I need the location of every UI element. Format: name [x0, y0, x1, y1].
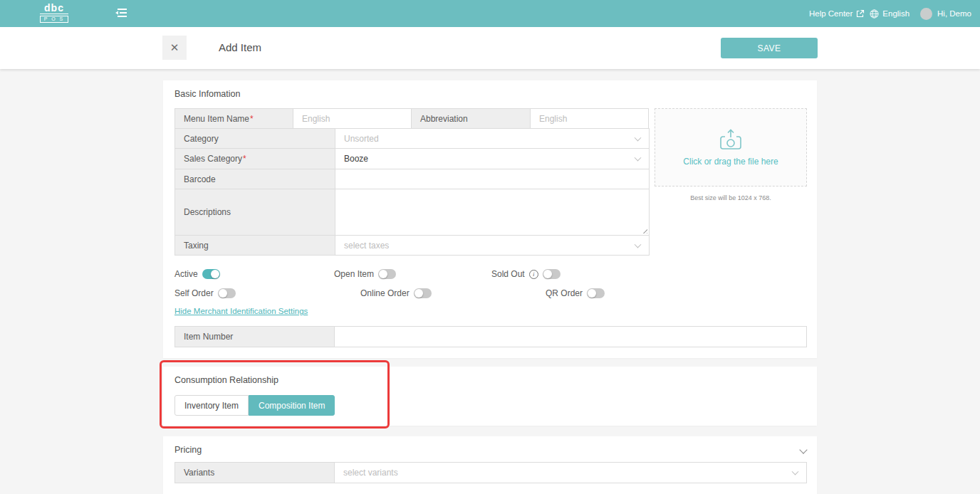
- descriptions-cell: [335, 189, 650, 236]
- user-avatar[interactable]: [920, 8, 932, 20]
- online-order-toggle-label: Online Order: [360, 288, 410, 298]
- menu-item-name-input[interactable]: [293, 109, 411, 128]
- switch-knob: [415, 289, 423, 298]
- composition-item-button[interactable]: Composition Item: [249, 395, 335, 416]
- descriptions-textarea[interactable]: [335, 189, 649, 235]
- switch-knob: [379, 270, 387, 278]
- descriptions-label: Descriptions: [174, 189, 335, 236]
- basic-info-form-table: Menu Item Name* Abbreviation Category: [174, 108, 650, 256]
- category-value: Unsorted: [344, 134, 379, 144]
- menu-item-name-cell: [293, 108, 412, 129]
- row-taxing: Taxing select taxes: [174, 236, 650, 256]
- switch-knob: [543, 270, 552, 278]
- user-greeting: Hi, Demo: [937, 9, 971, 18]
- consumption-type-segmented-control: Inventory Item Composition Item: [174, 395, 335, 416]
- toggle-group-qr-order: QR Order: [546, 288, 605, 299]
- variants-select[interactable]: select variants: [334, 462, 807, 483]
- barcode-input[interactable]: [335, 169, 649, 189]
- switch-knob: [211, 270, 219, 278]
- row-sales-category: Sales Category* Booze: [174, 149, 650, 169]
- abbreviation-label: Abbreviation: [411, 108, 531, 129]
- close-icon: ✕: [170, 41, 179, 54]
- chevron-down-icon: [635, 154, 642, 162]
- help-center-label: Help Center: [809, 9, 853, 18]
- item-number-input[interactable]: [335, 327, 806, 347]
- taxing-select[interactable]: select taxes: [335, 235, 650, 256]
- open-item-switch[interactable]: [378, 269, 396, 279]
- pricing-collapse-chevron-icon[interactable]: [799, 446, 807, 453]
- sales-category-select[interactable]: Booze: [335, 148, 650, 169]
- brand-logo-subtext: P O S: [40, 16, 68, 23]
- image-upload-dropzone[interactable]: Click or drag the file here: [655, 108, 807, 186]
- row-descriptions: Descriptions: [174, 189, 650, 236]
- topbar-right-group: Help Center English Hi, Demo: [809, 0, 971, 27]
- row-barcode: Barcode: [174, 169, 650, 189]
- close-button[interactable]: ✕: [162, 36, 187, 60]
- online-order-switch[interactable]: [414, 288, 432, 298]
- menu-fold-icon[interactable]: [115, 8, 127, 19]
- user-menu[interactable]: Hi, Demo: [937, 9, 971, 18]
- sales-category-value: Booze: [344, 154, 368, 164]
- camera-upload-icon: [718, 128, 744, 152]
- page-body: Basic Infomation Menu Item Name* Abbrevi…: [0, 69, 980, 494]
- self-order-switch[interactable]: [218, 288, 236, 298]
- row-item-number: Item Number: [174, 326, 807, 347]
- top-navigation-bar: dbc P O S Help Center: [0, 0, 980, 27]
- taxing-placeholder: select taxes: [344, 241, 389, 251]
- abbreviation-input[interactable]: [531, 109, 648, 128]
- toggle-group-sold-out: Sold Out i: [491, 268, 561, 280]
- active-toggle-label: Active: [174, 269, 198, 279]
- language-label: English: [882, 9, 909, 18]
- abbreviation-cell: [530, 108, 649, 129]
- globe-icon: [870, 9, 879, 19]
- category-label: Category: [174, 128, 335, 149]
- row-category: Category Unsorted: [174, 129, 650, 149]
- external-link-icon: [856, 9, 865, 18]
- chevron-down-icon: [635, 134, 642, 141]
- pricing-section-title: Pricing: [174, 445, 202, 455]
- page-header: ✕ Add Item SAVE: [0, 27, 980, 69]
- info-icon[interactable]: i: [529, 270, 538, 279]
- switch-knob: [588, 289, 596, 298]
- required-asterisk: *: [243, 154, 246, 164]
- inventory-item-button[interactable]: Inventory Item: [174, 395, 249, 416]
- toggle-group-self-order: Self Order: [174, 288, 236, 299]
- brand-logo[interactable]: dbc P O S: [40, 3, 68, 23]
- toggle-group-active: Active: [174, 268, 220, 280]
- switch-knob: [219, 289, 227, 298]
- barcode-label: Barcode: [174, 169, 335, 189]
- basic-information-card: Basic Infomation Menu Item Name* Abbrevi…: [163, 80, 817, 358]
- sold-out-toggle-label: Sold Out: [491, 269, 525, 279]
- qr-order-switch[interactable]: [587, 288, 605, 298]
- sales-category-label: Sales Category*: [174, 148, 335, 169]
- self-order-toggle-label: Self Order: [174, 288, 214, 298]
- required-asterisk: *: [250, 114, 254, 124]
- consumption-relationship-card: Consumption Relationship Inventory Item …: [163, 367, 817, 426]
- qr-order-toggle-label: QR Order: [546, 288, 583, 298]
- help-center-link[interactable]: Help Center: [809, 9, 865, 18]
- item-number-cell: [334, 326, 807, 347]
- barcode-cell: [335, 169, 650, 189]
- open-item-toggle-label: Open Item: [334, 269, 374, 279]
- variants-placeholder: select variants: [343, 468, 398, 478]
- chevron-down-icon: [635, 241, 642, 248]
- category-select[interactable]: Unsorted: [335, 128, 650, 149]
- chevron-down-icon: [792, 468, 799, 475]
- language-selector[interactable]: English: [870, 9, 909, 19]
- brand-logo-text: dbc: [40, 3, 68, 14]
- row-menu-item-name: Menu Item Name* Abbreviation: [174, 108, 650, 129]
- page-title: Add Item: [219, 41, 261, 53]
- variants-label: Variants: [174, 462, 335, 483]
- menu-item-name-label: Menu Item Name*: [174, 108, 293, 129]
- active-switch[interactable]: [202, 269, 220, 279]
- sold-out-switch[interactable]: [543, 269, 561, 279]
- hide-merchant-settings-link[interactable]: Hide Merchant Identification Settings: [174, 307, 308, 315]
- row-variants: Variants select variants: [174, 462, 807, 483]
- basic-info-section-title: Basic Infomation: [174, 89, 240, 99]
- item-number-label: Item Number: [174, 326, 335, 347]
- upload-instruction: Click or drag the file here: [683, 157, 778, 167]
- consumption-section-title: Consumption Relationship: [174, 375, 278, 385]
- taxing-label: Taxing: [174, 235, 335, 256]
- save-button[interactable]: SAVE: [721, 38, 818, 58]
- upload-size-hint: Best size will be 1024 x 768.: [655, 194, 807, 201]
